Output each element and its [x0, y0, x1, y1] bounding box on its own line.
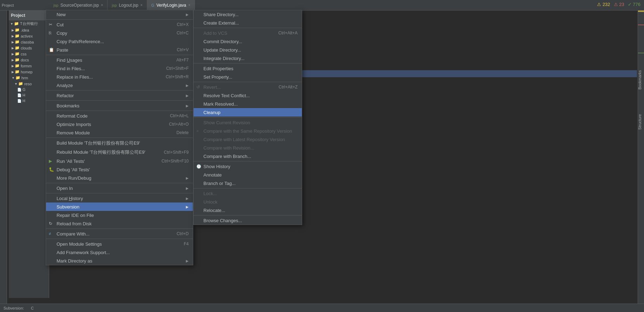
menu-reformat-label: Reformat Code — [57, 113, 163, 119]
submenu-resolve-text[interactable]: Resolve Text Conflict... — [194, 91, 302, 100]
submenu-compare-same-label: Compare with the Same Repository Version — [203, 128, 298, 134]
menu-paste-label: Paste — [57, 47, 170, 53]
submenu-show-history[interactable]: 🕐 Show History — [194, 162, 302, 171]
menu-paste[interactable]: 📋 Paste Ctrl+V — [46, 46, 193, 54]
submenu-annotate[interactable]: Annotate — [194, 171, 302, 179]
menu-cut-label: Cut — [57, 22, 170, 27]
menu-run-shortcut: Ctrl+Shift+F10 — [155, 159, 189, 164]
menu-copy-label: Copy — [57, 31, 170, 36]
submenu-show-current-label: Show Current Revision — [203, 120, 298, 125]
menu-debug-tests[interactable]: 🐛 Debug 'All Tests' — [46, 165, 193, 174]
menu-new-arrow: ▶ — [186, 13, 189, 16]
menu-optimize[interactable]: Optimize Imports Ctrl+Alt+O — [46, 120, 193, 128]
menu-find-files-label: Find in Files... — [57, 66, 159, 71]
menu-refactor-arrow: ▶ — [186, 94, 189, 98]
menu-copy-path-label: Copy Path/Reference... — [57, 39, 189, 44]
menu-refactor-label: Refactor — [57, 93, 186, 98]
submenu-integrate-dir-label: Integrate Directory... — [203, 56, 298, 61]
menu-reformat[interactable]: Reformat Code Ctrl+Alt+L — [46, 112, 193, 120]
menu-sep-5 — [46, 111, 193, 111]
menu-repair-ide[interactable]: Repair IDE on File — [46, 211, 193, 219]
menu-compare-with[interactable]: ≠ Compare With... Ctrl+D — [46, 230, 193, 238]
submenu-create-external-label: Create External... — [203, 20, 298, 26]
menu-local-history-label: Local History — [57, 196, 186, 201]
menu-find-usages[interactable]: Find Usages Alt+F7 — [46, 56, 193, 64]
menu-sep-3 — [46, 90, 193, 91]
menu-subversion-label: Subversion — [57, 204, 186, 210]
submenu-mark-resolved[interactable]: Mark Resolved... — [194, 100, 302, 108]
menu-sep-7 — [46, 183, 193, 183]
submenu-set-property[interactable]: Set Property... — [194, 73, 302, 81]
menu-build-module[interactable]: Build Module 'T台州银行股份有限公司E9' — [46, 139, 193, 148]
menu-local-history[interactable]: Local History ▶ — [46, 194, 193, 203]
submenu-sep-2 — [194, 63, 302, 64]
menu-reload-label: Reload from Disk — [57, 221, 189, 226]
submenu-sep-3 — [194, 82, 302, 82]
menu-replace-files[interactable]: Replace in Files... Ctrl+Shift+R — [46, 73, 193, 81]
menu-run-tests[interactable]: ▶ Run 'All Tests' Ctrl+Shift+F10 — [46, 157, 193, 165]
submenu-unlock-label: Unlock — [203, 199, 298, 205]
submenu-compare-latest: Compare with Latest Repository Version — [194, 135, 302, 144]
submenu-share-dir-label: Share Directory... — [203, 12, 298, 17]
menu-copy-path[interactable]: Copy Path/Reference... — [46, 37, 193, 46]
menu-analyze[interactable]: Analyze ▶ — [46, 81, 193, 89]
menu-sep-8 — [46, 193, 193, 193]
submenu-branch-tag[interactable]: Branch or Tag... — [194, 179, 302, 187]
submenu-relocate[interactable]: Relocate... — [194, 206, 302, 214]
submenu-integrate-dir[interactable]: Integrate Directory... — [194, 54, 302, 62]
submenu-sep-1 — [194, 28, 302, 28]
submenu-edit-props[interactable]: Edit Properties — [194, 64, 302, 73]
menu-reload-disk[interactable]: ↻ Reload from Disk — [46, 219, 193, 228]
submenu-compare-branch[interactable]: Compare with Branch... — [194, 152, 302, 160]
menu-new[interactable]: New ▶ — [46, 10, 193, 19]
menu-open-module[interactable]: Open Module Settings F4 — [46, 240, 193, 248]
menu-sep-4 — [46, 100, 193, 101]
submenu-cleanup[interactable]: Cleanup — [194, 108, 302, 117]
menu-rebuild-module[interactable]: Rebuild Module 'T台州银行股份有限公司E9' Ctrl+Shif… — [46, 148, 193, 157]
menu-add-framework[interactable]: Add Framework Support... — [46, 248, 193, 257]
submenu-add-vcs: Add to VCS Ctrl+Alt+A — [194, 29, 302, 37]
menu-bookmarks[interactable]: Bookmarks ▶ — [46, 101, 193, 110]
menu-more-run[interactable]: More Run/Debug ▶ — [46, 174, 193, 182]
menu-new-label: New — [57, 12, 186, 17]
menu-mark-directory[interactable]: Mark Directory as ▶ — [46, 257, 193, 265]
submenu-add-vcs-label: Add to VCS — [203, 31, 271, 36]
menu-more-run-label: More Run/Debug — [57, 175, 186, 181]
menu-subversion[interactable]: Subversion ▶ — [46, 203, 193, 211]
menu-reformat-shortcut: Ctrl+Alt+L — [163, 113, 189, 118]
submenu-compare-revision-label: Compare with Revision... — [203, 145, 298, 151]
menu-cut[interactable]: ✂ Cut Ctrl+X — [46, 20, 193, 29]
submenu-relocate-label: Relocate... — [203, 208, 298, 213]
submenu-lock-label: Lock... — [203, 191, 298, 196]
revert-icon: ↺ — [196, 85, 200, 89]
debug-icon: 🐛 — [49, 167, 54, 172]
menu-refactor[interactable]: Refactor ▶ — [46, 91, 193, 100]
submenu-compare-latest-label: Compare with Latest Repository Version — [203, 137, 298, 142]
menu-copy[interactable]: ⎘ Copy Ctrl+C — [46, 29, 193, 37]
menu-copy-shortcut: Ctrl+C — [170, 31, 189, 35]
submenu-show-current: Show Current Revision — [194, 118, 302, 127]
menu-open-in-label: Open In — [57, 186, 186, 191]
submenu-share-dir[interactable]: Share Directory... — [194, 10, 302, 19]
clock-icon: 🕐 — [196, 164, 201, 169]
submenu-compare-branch-label: Compare with Branch... — [203, 154, 298, 159]
primary-context-menu: New ▶ ✂ Cut Ctrl+X ⎘ Copy Ctrl+C Copy Pa… — [46, 10, 193, 265]
submenu-revert: ↺ Revert... Ctrl+Alt+Z — [194, 83, 302, 91]
menu-sep-2 — [46, 55, 193, 55]
submenu-update-dir[interactable]: Update Directory... — [194, 46, 302, 54]
menu-remove-module[interactable]: Remove Module Delete — [46, 128, 193, 137]
submenu-sep-5 — [194, 161, 302, 161]
menu-subversion-arrow: ▶ — [186, 205, 189, 209]
menu-analyze-label: Analyze — [57, 83, 186, 88]
submenu-create-external[interactable]: Create External... — [194, 19, 302, 27]
submenu-sep-7 — [194, 215, 302, 215]
submenu-show-history-label: Show History — [203, 164, 298, 169]
menu-find-files[interactable]: Find in Files... Ctrl+Shift+F — [46, 64, 193, 73]
menu-open-in[interactable]: Open In ▶ — [46, 184, 193, 192]
submenu-browse-changes[interactable]: Browse Changes... — [194, 216, 302, 225]
submenu-commit-dir[interactable]: Commit Directory... — [194, 37, 302, 46]
menu-open-module-label: Open Module Settings — [57, 241, 177, 247]
menu-replace-shortcut: Ctrl+Shift+R — [159, 74, 189, 79]
submenu-update-dir-label: Update Directory... — [203, 47, 298, 53]
compare-same-icon: ≠ — [196, 129, 199, 133]
